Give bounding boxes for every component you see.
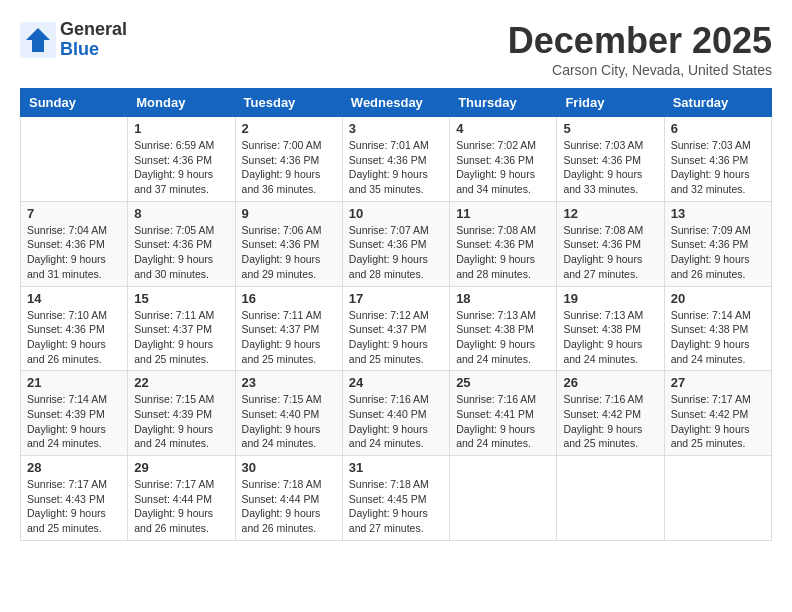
day-info: Sunrise: 7:13 AMSunset: 4:38 PMDaylight:…	[456, 308, 550, 367]
day-info: Sunrise: 7:00 AMSunset: 4:36 PMDaylight:…	[242, 138, 336, 197]
calendar-header-wednesday: Wednesday	[342, 89, 449, 117]
day-number: 10	[349, 206, 443, 221]
calendar-cell: 19Sunrise: 7:13 AMSunset: 4:38 PMDayligh…	[557, 286, 664, 371]
calendar-cell: 27Sunrise: 7:17 AMSunset: 4:42 PMDayligh…	[664, 371, 771, 456]
calendar-cell	[557, 456, 664, 541]
day-number: 8	[134, 206, 228, 221]
day-number: 12	[563, 206, 657, 221]
day-number: 15	[134, 291, 228, 306]
day-info: Sunrise: 7:18 AMSunset: 4:45 PMDaylight:…	[349, 477, 443, 536]
calendar-cell: 5Sunrise: 7:03 AMSunset: 4:36 PMDaylight…	[557, 117, 664, 202]
calendar-week-row: 28Sunrise: 7:17 AMSunset: 4:43 PMDayligh…	[21, 456, 772, 541]
calendar-cell: 25Sunrise: 7:16 AMSunset: 4:41 PMDayligh…	[450, 371, 557, 456]
calendar-header-thursday: Thursday	[450, 89, 557, 117]
day-number: 14	[27, 291, 121, 306]
logo-general: General	[60, 20, 127, 40]
day-number: 5	[563, 121, 657, 136]
day-info: Sunrise: 7:05 AMSunset: 4:36 PMDaylight:…	[134, 223, 228, 282]
day-number: 16	[242, 291, 336, 306]
day-info: Sunrise: 7:16 AMSunset: 4:40 PMDaylight:…	[349, 392, 443, 451]
calendar-cell: 3Sunrise: 7:01 AMSunset: 4:36 PMDaylight…	[342, 117, 449, 202]
day-info: Sunrise: 7:15 AMSunset: 4:40 PMDaylight:…	[242, 392, 336, 451]
day-info: Sunrise: 7:16 AMSunset: 4:42 PMDaylight:…	[563, 392, 657, 451]
day-info: Sunrise: 7:08 AMSunset: 4:36 PMDaylight:…	[456, 223, 550, 282]
calendar-header-monday: Monday	[128, 89, 235, 117]
calendar-week-row: 14Sunrise: 7:10 AMSunset: 4:36 PMDayligh…	[21, 286, 772, 371]
day-info: Sunrise: 7:07 AMSunset: 4:36 PMDaylight:…	[349, 223, 443, 282]
calendar-cell: 10Sunrise: 7:07 AMSunset: 4:36 PMDayligh…	[342, 201, 449, 286]
day-number: 26	[563, 375, 657, 390]
day-info: Sunrise: 7:18 AMSunset: 4:44 PMDaylight:…	[242, 477, 336, 536]
calendar-cell: 20Sunrise: 7:14 AMSunset: 4:38 PMDayligh…	[664, 286, 771, 371]
calendar-cell: 13Sunrise: 7:09 AMSunset: 4:36 PMDayligh…	[664, 201, 771, 286]
logo-icon	[20, 22, 56, 58]
calendar-header-saturday: Saturday	[664, 89, 771, 117]
calendar-cell: 21Sunrise: 7:14 AMSunset: 4:39 PMDayligh…	[21, 371, 128, 456]
day-number: 23	[242, 375, 336, 390]
day-info: Sunrise: 7:10 AMSunset: 4:36 PMDaylight:…	[27, 308, 121, 367]
logo-text: General Blue	[60, 20, 127, 60]
calendar-cell: 8Sunrise: 7:05 AMSunset: 4:36 PMDaylight…	[128, 201, 235, 286]
day-number: 21	[27, 375, 121, 390]
day-number: 28	[27, 460, 121, 475]
calendar-cell: 22Sunrise: 7:15 AMSunset: 4:39 PMDayligh…	[128, 371, 235, 456]
calendar-cell: 17Sunrise: 7:12 AMSunset: 4:37 PMDayligh…	[342, 286, 449, 371]
calendar-cell: 2Sunrise: 7:00 AMSunset: 4:36 PMDaylight…	[235, 117, 342, 202]
calendar-cell: 7Sunrise: 7:04 AMSunset: 4:36 PMDaylight…	[21, 201, 128, 286]
day-number: 18	[456, 291, 550, 306]
day-number: 24	[349, 375, 443, 390]
day-info: Sunrise: 7:02 AMSunset: 4:36 PMDaylight:…	[456, 138, 550, 197]
calendar-cell: 28Sunrise: 7:17 AMSunset: 4:43 PMDayligh…	[21, 456, 128, 541]
calendar-cell: 18Sunrise: 7:13 AMSunset: 4:38 PMDayligh…	[450, 286, 557, 371]
calendar-cell: 29Sunrise: 7:17 AMSunset: 4:44 PMDayligh…	[128, 456, 235, 541]
calendar-week-row: 7Sunrise: 7:04 AMSunset: 4:36 PMDaylight…	[21, 201, 772, 286]
day-info: Sunrise: 7:17 AMSunset: 4:43 PMDaylight:…	[27, 477, 121, 536]
calendar-cell	[450, 456, 557, 541]
month-title: December 2025	[508, 20, 772, 62]
day-info: Sunrise: 7:13 AMSunset: 4:38 PMDaylight:…	[563, 308, 657, 367]
day-info: Sunrise: 7:14 AMSunset: 4:39 PMDaylight:…	[27, 392, 121, 451]
calendar-cell: 15Sunrise: 7:11 AMSunset: 4:37 PMDayligh…	[128, 286, 235, 371]
day-info: Sunrise: 7:15 AMSunset: 4:39 PMDaylight:…	[134, 392, 228, 451]
day-info: Sunrise: 7:03 AMSunset: 4:36 PMDaylight:…	[563, 138, 657, 197]
day-info: Sunrise: 7:08 AMSunset: 4:36 PMDaylight:…	[563, 223, 657, 282]
logo: General Blue	[20, 20, 127, 60]
day-number: 17	[349, 291, 443, 306]
day-info: Sunrise: 7:11 AMSunset: 4:37 PMDaylight:…	[242, 308, 336, 367]
day-info: Sunrise: 7:04 AMSunset: 4:36 PMDaylight:…	[27, 223, 121, 282]
calendar-cell: 30Sunrise: 7:18 AMSunset: 4:44 PMDayligh…	[235, 456, 342, 541]
day-info: Sunrise: 7:14 AMSunset: 4:38 PMDaylight:…	[671, 308, 765, 367]
calendar-cell: 16Sunrise: 7:11 AMSunset: 4:37 PMDayligh…	[235, 286, 342, 371]
day-number: 20	[671, 291, 765, 306]
logo-blue: Blue	[60, 40, 127, 60]
day-number: 22	[134, 375, 228, 390]
day-number: 25	[456, 375, 550, 390]
calendar-cell: 6Sunrise: 7:03 AMSunset: 4:36 PMDaylight…	[664, 117, 771, 202]
day-number: 11	[456, 206, 550, 221]
day-info: Sunrise: 7:03 AMSunset: 4:36 PMDaylight:…	[671, 138, 765, 197]
calendar-cell: 24Sunrise: 7:16 AMSunset: 4:40 PMDayligh…	[342, 371, 449, 456]
day-info: Sunrise: 7:12 AMSunset: 4:37 PMDaylight:…	[349, 308, 443, 367]
day-info: Sunrise: 7:06 AMSunset: 4:36 PMDaylight:…	[242, 223, 336, 282]
day-number: 27	[671, 375, 765, 390]
day-info: Sunrise: 7:16 AMSunset: 4:41 PMDaylight:…	[456, 392, 550, 451]
day-number: 19	[563, 291, 657, 306]
day-info: Sunrise: 7:17 AMSunset: 4:42 PMDaylight:…	[671, 392, 765, 451]
calendar-cell: 26Sunrise: 7:16 AMSunset: 4:42 PMDayligh…	[557, 371, 664, 456]
day-number: 30	[242, 460, 336, 475]
day-number: 13	[671, 206, 765, 221]
day-number: 3	[349, 121, 443, 136]
calendar-cell	[664, 456, 771, 541]
day-info: Sunrise: 6:59 AMSunset: 4:36 PMDaylight:…	[134, 138, 228, 197]
calendar-header-friday: Friday	[557, 89, 664, 117]
calendar: SundayMondayTuesdayWednesdayThursdayFrid…	[20, 88, 772, 541]
day-number: 1	[134, 121, 228, 136]
title-section: December 2025 Carson City, Nevada, Unite…	[508, 20, 772, 78]
day-info: Sunrise: 7:01 AMSunset: 4:36 PMDaylight:…	[349, 138, 443, 197]
calendar-cell: 11Sunrise: 7:08 AMSunset: 4:36 PMDayligh…	[450, 201, 557, 286]
day-number: 31	[349, 460, 443, 475]
day-number: 9	[242, 206, 336, 221]
calendar-header-sunday: Sunday	[21, 89, 128, 117]
day-number: 2	[242, 121, 336, 136]
calendar-cell: 23Sunrise: 7:15 AMSunset: 4:40 PMDayligh…	[235, 371, 342, 456]
